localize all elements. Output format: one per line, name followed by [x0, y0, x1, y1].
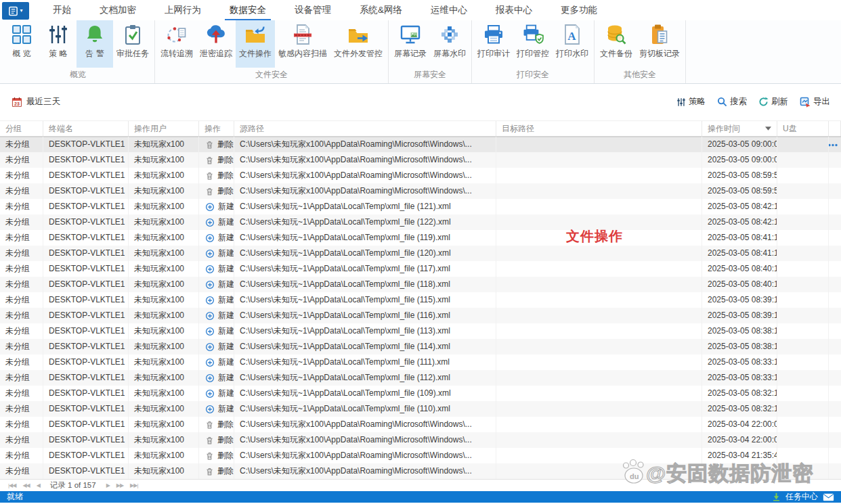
column-header[interactable]: [829, 121, 841, 136]
task-center-button[interactable]: 任务中心: [785, 491, 818, 503]
menu-tab-device-management[interactable]: 设备管理: [280, 0, 345, 20]
export-button[interactable]: 导出: [800, 96, 830, 108]
ribbon-button-leak-tracking[interactable]: 泄密追踪: [196, 20, 236, 68]
ribbon-button-file-operation[interactable]: 文件操作: [236, 20, 275, 68]
pager-fast-next-icon[interactable]: ▶▶: [113, 482, 127, 488]
ribbon-button-sensitive-scan[interactable]: 敏感内容扫描: [275, 20, 330, 68]
pager-first-icon[interactable]: |◀◀: [5, 482, 19, 488]
ribbon-button-policy[interactable]: 策 略: [40, 20, 77, 68]
table-row[interactable]: 未分组DESKTOP-VLKTLE1未知玩家x100新建C:\Users\未知玩…: [0, 308, 841, 323]
trash-icon: [205, 171, 214, 181]
ribbon-button-circulation-trace[interactable]: 流转追溯: [157, 20, 196, 68]
ribbon-button-file-outgoing[interactable]: 文件外发管控: [330, 20, 386, 68]
app-menu-button[interactable]: ▾: [2, 2, 29, 20]
operations-grid: 分组终端名操作用户操作源路径目标路径操作时间U盘 未分组DESKTOP-VLKT…: [0, 120, 841, 479]
column-header[interactable]: 操作: [199, 121, 234, 136]
cell-extra: [829, 152, 841, 168]
table-row[interactable]: 未分组DESKTOP-VLKTLE1未知玩家x100删除C:\Users\未知玩…: [0, 152, 841, 168]
ribbon-button-print-audit[interactable]: 打印审计: [474, 20, 513, 68]
cell-action: 新建: [199, 308, 234, 323]
table-row[interactable]: 未分组DESKTOP-VLKTLE1未知玩家x100删除C:\Users\未知玩…: [0, 183, 841, 199]
cell-time: 2025-03-04 21:35:45: [702, 448, 777, 463]
table-row[interactable]: 未分组DESKTOP-VLKTLE1未知玩家x100删除C:\Users\未知玩…: [0, 417, 841, 432]
table-row[interactable]: 未分组DESKTOP-VLKTLE1未知玩家x100新建C:\Users\未知玩…: [0, 214, 841, 230]
ribbon-button-label: 泄密追踪: [200, 48, 232, 60]
sensitive-scan-icon: [292, 24, 314, 45]
cell-target-path: [496, 152, 702, 168]
cell-group: 未分组: [0, 246, 43, 261]
cell-usb: [777, 417, 829, 432]
table-row[interactable]: 未分组DESKTOP-VLKTLE1未知玩家x100新建C:\Users\未知玩…: [0, 354, 841, 370]
table-row[interactable]: 未分组DESKTOP-VLKTLE1未知玩家x100新建C:\Users\未知玩…: [0, 199, 841, 214]
cell-time: 2025-03-05 08:40:18: [702, 277, 777, 292]
menu-tab-report-center[interactable]: 报表中心: [481, 0, 546, 20]
table-row[interactable]: 未分组DESKTOP-VLKTLE1未知玩家x100新建C:\Users\未知玩…: [0, 401, 841, 417]
pager-prev-icon[interactable]: ◀: [33, 482, 43, 488]
table-row[interactable]: 未分组DESKTOP-VLKTLE1未知玩家x100新建C:\Users\未知玩…: [0, 246, 841, 261]
pager-fast-prev-icon[interactable]: ◀◀: [19, 482, 33, 488]
menu-tab-data-security[interactable]: 数据安全: [215, 0, 280, 20]
ribbon-button-clipboard-record[interactable]: 剪切板记录: [636, 20, 683, 68]
ribbon-button-overview[interactable]: 概 览: [3, 20, 40, 68]
table-row[interactable]: 未分组DESKTOP-VLKTLE1未知玩家x100新建C:\Users\未知玩…: [0, 370, 841, 386]
pager-last-icon[interactable]: ▶▶|: [127, 482, 141, 488]
table-row[interactable]: 未分组DESKTOP-VLKTLE1未知玩家x100删除C:\Users\未知玩…: [0, 432, 841, 448]
table-row[interactable]: 未分组DESKTOP-VLKTLE1未知玩家x100删除C:\Users\未知玩…: [0, 137, 841, 152]
ribbon-button-print-control[interactable]: 打印管控: [513, 20, 553, 68]
menu-tab-system-network[interactable]: 系统&网络: [345, 0, 416, 20]
ribbon-button-file-backup[interactable]: 文件备份: [597, 20, 636, 68]
ribbon-button-screen-watermark[interactable]: 屏幕水印: [430, 20, 469, 68]
cell-source-path: C:\Users\未知玩~1\AppData\Local\Temp\xml_fi…: [234, 292, 496, 308]
table-row[interactable]: 未分组DESKTOP-VLKTLE1未知玩家x100新建C:\Users\未知玩…: [0, 323, 841, 339]
cell-action: 删除: [199, 448, 234, 463]
export-icon: [800, 97, 811, 108]
circulation-trace-icon: [166, 24, 188, 45]
column-header[interactable]: U盘: [777, 121, 829, 136]
table-row[interactable]: 未分组DESKTOP-VLKTLE1未知玩家x100新建C:\Users\未知玩…: [0, 386, 841, 401]
ribbon-button-print-watermark[interactable]: A打印水印: [553, 20, 592, 68]
menu-tab-ops-center[interactable]: 运维中心: [416, 0, 481, 20]
refresh-button[interactable]: 刷新: [758, 96, 788, 108]
ribbon-button-approval-task[interactable]: 审批任务: [113, 20, 152, 68]
plus-circle-icon: [205, 202, 215, 212]
pager-next-icon[interactable]: ▶: [103, 482, 113, 488]
table-row[interactable]: 未分组DESKTOP-VLKTLE1未知玩家x100删除C:\Users\未知玩…: [0, 168, 841, 183]
cell-action: 新建: [199, 261, 234, 277]
menu-tab-doc-encryption[interactable]: 文档加密: [85, 0, 150, 20]
cell-usb: [777, 183, 829, 199]
ribbon-button-label: 屏幕记录: [394, 48, 427, 60]
menu-tab-home[interactable]: 开始: [39, 0, 85, 20]
ribbon-button-screen-record[interactable]: 屏幕记录: [391, 20, 430, 68]
table-row[interactable]: 未分组DESKTOP-VLKTLE1未知玩家x100新建C:\Users\未知玩…: [0, 261, 841, 277]
search-button[interactable]: 搜索: [717, 96, 747, 108]
grid-body: 未分组DESKTOP-VLKTLE1未知玩家x100删除C:\Users\未知玩…: [0, 137, 841, 479]
table-row[interactable]: 未分组DESKTOP-VLKTLE1未知玩家x100新建C:\Users\未知玩…: [0, 292, 841, 308]
column-header[interactable]: 操作时间: [702, 121, 777, 136]
menu-tab-web-behavior[interactable]: 上网行为: [150, 0, 215, 20]
table-row[interactable]: 未分组DESKTOP-VLKTLE1未知玩家x100新建C:\Users\未知玩…: [0, 277, 841, 292]
table-row[interactable]: 未分组DESKTOP-VLKTLE1未知玩家x100新建C:\Users\未知玩…: [0, 230, 841, 246]
cell-extra: [829, 246, 841, 261]
cell-time: 2025-03-05 08:59:51: [702, 168, 777, 183]
cell-group: 未分组: [0, 168, 43, 183]
ribbon-button-alert[interactable]: 告 警: [77, 20, 113, 68]
cell-terminal: DESKTOP-VLKTLE1: [43, 168, 129, 183]
policy-button[interactable]: 策略: [676, 96, 706, 108]
table-row[interactable]: 未分组DESKTOP-VLKTLE1未知玩家x100新建C:\Users\未知玩…: [0, 339, 841, 354]
cell-action: 新建: [199, 354, 234, 370]
table-row[interactable]: 未分组DESKTOP-VLKTLE1未知玩家x100删除C:\Users\未知玩…: [0, 463, 841, 479]
date-range-filter-button[interactable]: 23 最近三天: [12, 96, 60, 108]
column-header[interactable]: 操作用户: [129, 121, 199, 136]
mail-icon[interactable]: [823, 493, 834, 501]
column-header[interactable]: 源路径: [234, 121, 496, 136]
leak-tracking-icon: [205, 24, 227, 45]
cell-user: 未知玩家x100: [129, 417, 199, 432]
column-header[interactable]: 分组: [0, 121, 43, 136]
menu-tab-more-features[interactable]: 更多功能: [546, 0, 611, 20]
column-header[interactable]: 目标路径: [496, 121, 702, 136]
cell-source-path: C:\Users\未知玩~1\AppData\Local\Temp\xml_fi…: [234, 261, 496, 277]
column-header[interactable]: 终端名: [43, 121, 129, 136]
table-row[interactable]: 未分组DESKTOP-VLKTLE1未知玩家x100删除C:\Users\未知玩…: [0, 448, 841, 463]
row-more-button[interactable]: [829, 137, 838, 152]
cell-terminal: DESKTOP-VLKTLE1: [43, 448, 129, 463]
